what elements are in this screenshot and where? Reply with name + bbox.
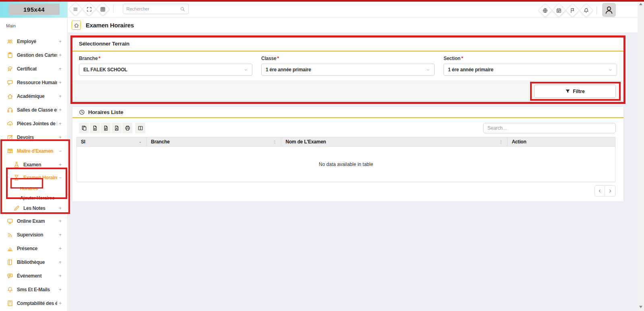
sidebar-item-v-nement[interactable]: Événement+ bbox=[0, 269, 67, 283]
menu-toggle-button[interactable] bbox=[68, 2, 83, 16]
excel-export-button[interactable] bbox=[90, 123, 100, 133]
expand-plus-icon: + bbox=[59, 121, 62, 126]
notifications-button[interactable] bbox=[579, 3, 593, 17]
sidebar-item-label: Devoirs bbox=[17, 135, 57, 140]
sidebar-item-ajouter-horaires[interactable]: Ajouter Horaires bbox=[0, 193, 67, 202]
column-header-nom-de-l-examen[interactable]: Nom de L'Examen bbox=[281, 137, 508, 147]
pagination-prev-button[interactable] bbox=[594, 185, 605, 197]
sidebar-item-supervision[interactable]: Supervision+ bbox=[0, 228, 67, 242]
sidebar-item-les-notes[interactable]: Les Notes+ bbox=[0, 202, 67, 214]
expand-plus-icon: + bbox=[59, 39, 62, 44]
calendar-button[interactable] bbox=[552, 3, 566, 17]
scrollbar-up-arrow[interactable] bbox=[639, 3, 642, 5]
filter-button[interactable]: Filtre bbox=[534, 85, 616, 98]
chat-lines-icon bbox=[7, 273, 13, 279]
sidebar-item-label: Employé bbox=[17, 39, 57, 44]
branche-select[interactable]: EL FALEK SCHOOL bbox=[79, 64, 252, 76]
global-search-box bbox=[123, 4, 189, 14]
sidebar-item-gestion-des-cartes[interactable]: Gestion des Cartes+ bbox=[0, 48, 67, 62]
horaires-table: SlBrancheNom de L'ExamenAction No data a… bbox=[76, 137, 615, 182]
copy-button[interactable] bbox=[79, 123, 89, 133]
signal-icon bbox=[7, 232, 13, 238]
sidebar-item-devoirs[interactable]: Devoirs+ bbox=[0, 131, 67, 144]
column-header-sl[interactable]: Sl bbox=[77, 137, 147, 147]
table-controls bbox=[72, 118, 623, 133]
cloud-upload-icon bbox=[7, 120, 13, 127]
sidebar-item-biblioth-que[interactable]: Bibliothèque+ bbox=[0, 255, 67, 269]
expand-plus-icon: + bbox=[59, 287, 62, 292]
global-search-input[interactable] bbox=[126, 6, 180, 11]
language-button[interactable] bbox=[538, 3, 552, 17]
menu-icon bbox=[73, 6, 78, 12]
expand-plus-icon: + bbox=[59, 246, 62, 251]
breadcrumb-home-button[interactable] bbox=[72, 21, 81, 30]
sidebar-item-ressource-humaine[interactable]: Ressource Humaine+ bbox=[0, 76, 67, 89]
classe-select[interactable]: 1 ére année primaire bbox=[261, 64, 435, 76]
sidebar-item-salles-de-classe-en-direct[interactable]: Salles de Classe en Direct+ bbox=[0, 103, 67, 117]
sort-icon bbox=[499, 140, 503, 144]
sidebar-item-label: Online Exam bbox=[17, 218, 57, 224]
expand-plus-icon: + bbox=[59, 232, 62, 238]
required-asterisk: * bbox=[461, 56, 463, 61]
sidebar-item-label: Pièces Jointes de Livres bbox=[17, 121, 57, 126]
horaires-list-panel: Horaires Liste SlBrancheNom de L'ExamenA… bbox=[72, 107, 623, 201]
sidebar-item-certificat[interactable]: Certificat+ bbox=[0, 62, 67, 76]
pdf-export-button[interactable] bbox=[111, 123, 122, 133]
sidebar-item-examen-horaires[interactable]: Examen Horaires− bbox=[0, 172, 67, 184]
bell-icon bbox=[7, 286, 13, 293]
sidebar-item-label: Académique bbox=[17, 93, 57, 99]
page-title: Examen Horaires bbox=[86, 22, 134, 29]
pagination bbox=[72, 185, 615, 197]
scrollbar-down-arrow[interactable] bbox=[639, 306, 642, 308]
filter-panel-footer: Filtre bbox=[72, 81, 623, 101]
csv-export-button[interactable] bbox=[101, 123, 111, 133]
content-background: Sélectionner Terrain Branche*EL FALEK SC… bbox=[68, 33, 638, 311]
app-logo[interactable]: 195x44 bbox=[8, 4, 60, 15]
sidebar-item-pr-sence[interactable]: Présence+ bbox=[0, 242, 67, 255]
sidebar-item-examen[interactable]: Examen+ bbox=[0, 158, 67, 172]
column-label: Sl bbox=[81, 139, 85, 145]
table-empty-message: No data available in table bbox=[77, 147, 615, 182]
expand-plus-icon: + bbox=[59, 93, 62, 99]
section-select[interactable]: 1 ére année primaire bbox=[444, 64, 617, 76]
sidebar-item-employ[interactable]: Employé+ bbox=[0, 35, 67, 48]
sidebar-item-acad-mique[interactable]: Académique+ bbox=[0, 89, 67, 103]
expand-plus-icon: + bbox=[59, 273, 62, 279]
sidebar-item-horaires[interactable]: Horaires bbox=[0, 184, 67, 193]
flag-button[interactable] bbox=[566, 3, 580, 17]
column-visibility-icon bbox=[138, 125, 143, 131]
sidebar-item-comptabilit-des-l-ves[interactable]: Comptabilité des élèves+ bbox=[0, 296, 67, 310]
field-label: Classe* bbox=[261, 56, 435, 61]
hourglass-icon bbox=[13, 174, 20, 181]
sidebar-item-online-exam[interactable]: Online Exam+ bbox=[0, 214, 67, 228]
table-wrap: SlBrancheNom de L'ExamenAction No data a… bbox=[76, 137, 615, 182]
collapse-minus-icon: − bbox=[59, 148, 62, 154]
book-icon bbox=[7, 259, 13, 265]
clipboard-icon bbox=[7, 52, 13, 58]
required-asterisk: * bbox=[277, 56, 279, 61]
apps-grid-button[interactable] bbox=[96, 2, 110, 16]
column-visibility-button[interactable] bbox=[135, 123, 145, 133]
pagination-next-button[interactable] bbox=[605, 185, 615, 197]
logo-area: 195x44 bbox=[0, 0, 68, 18]
sidebar: Main Employé+Gestion des Cartes+Certific… bbox=[0, 18, 68, 311]
expand-plus-icon: + bbox=[59, 205, 62, 211]
print-button[interactable] bbox=[122, 123, 132, 133]
annotation-top-line bbox=[0, 0, 644, 2]
sidebar-item-ma-tre-d-examen[interactable]: Maître d'Examen− bbox=[0, 144, 67, 158]
table-search-input[interactable] bbox=[483, 123, 616, 133]
column-header-branche[interactable]: Branche bbox=[147, 137, 281, 147]
users-icon bbox=[7, 38, 13, 45]
globe-icon bbox=[543, 8, 548, 13]
select-value: 1 ére année primaire bbox=[266, 67, 311, 73]
sort-down-icon bbox=[138, 140, 142, 144]
sidebar-item-label: Examen bbox=[23, 162, 57, 168]
sidebar-item-sms-et-e-mails[interactable]: Sms Et E-Mails+ bbox=[0, 283, 67, 296]
sidebar-item-pi-ces-jointes-de-livres[interactable]: Pièces Jointes de Livres+ bbox=[0, 117, 67, 131]
monitor-icon bbox=[7, 218, 13, 224]
table-empty-row: No data available in table bbox=[77, 147, 615, 182]
user-avatar[interactable] bbox=[602, 3, 616, 17]
page-scrollbar[interactable] bbox=[638, 0, 644, 311]
horaires-list-header: Horaires Liste bbox=[72, 107, 623, 118]
fullscreen-button[interactable] bbox=[82, 2, 96, 16]
